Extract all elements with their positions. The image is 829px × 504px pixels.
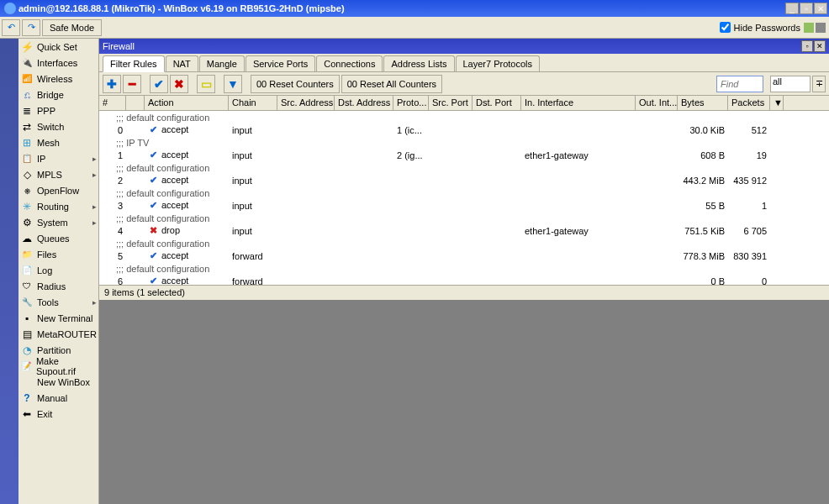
tab-nat[interactable]: NAT bbox=[166, 55, 198, 71]
rule-row[interactable]: 1✔acceptinput2 (ig...ether1-gateway608 B… bbox=[99, 149, 829, 161]
rule-row[interactable]: 0✔acceptinput1 (ic...30.0 KiB512 bbox=[99, 123, 829, 136]
sidebar-item-switch[interactable]: Switch bbox=[18, 118, 98, 134]
column-header[interactable]: ▼ bbox=[770, 96, 784, 110]
sidebar-item-routing[interactable]: Routing▸ bbox=[18, 198, 98, 214]
reset-all-counters-button[interactable]: 00 Reset All Counters bbox=[341, 75, 442, 93]
sidebar-item-radius[interactable]: Radius bbox=[18, 278, 98, 294]
rule-row[interactable]: 6✔acceptforward0 B0 bbox=[99, 275, 829, 285]
column-header[interactable]: Packets bbox=[728, 96, 770, 110]
add-button[interactable]: ✚ bbox=[103, 75, 121, 93]
rule-row[interactable]: 3✔acceptinput55 B1 bbox=[99, 199, 829, 212]
sidebar-item-metarouter[interactable]: MetaROUTER bbox=[18, 326, 98, 342]
rule-row[interactable]: 5✔acceptforward778.3 MiB830 391 bbox=[99, 249, 829, 262]
disable-button[interactable]: ✖ bbox=[170, 75, 188, 93]
filter-dropdown-button[interactable]: ∓ bbox=[812, 76, 826, 92]
log-icon bbox=[20, 264, 34, 277]
maximize-button[interactable]: ▫ bbox=[800, 3, 813, 14]
column-header[interactable]: Src. Port bbox=[429, 96, 473, 110]
panel-close-button[interactable]: ✕ bbox=[814, 40, 826, 52]
comment-row[interactable]: ;;; IP TV bbox=[99, 136, 829, 149]
column-header[interactable]: # bbox=[99, 96, 126, 110]
sidebar-item-label: Routing bbox=[37, 202, 69, 212]
tab-service-ports[interactable]: Service Ports bbox=[246, 55, 315, 71]
column-header[interactable]: Bytes bbox=[678, 96, 728, 110]
sidebar-item-label: Exit bbox=[37, 409, 52, 419]
tab-address-lists[interactable]: Address Lists bbox=[383, 55, 454, 71]
sidebar-item-files[interactable]: Files bbox=[18, 246, 98, 262]
empty-area bbox=[99, 300, 829, 504]
sidebar-item-ppp[interactable]: PPP bbox=[18, 102, 98, 118]
column-header[interactable]: In. Interface bbox=[521, 96, 636, 110]
hide-passwords-checkbox[interactable]: Hide Passwords bbox=[720, 22, 800, 33]
enable-button[interactable]: ✔ bbox=[150, 75, 168, 93]
rules-toolbar: ✚ ━ ✔ ✖ ▭ ▼ 00 Reset Counters 00 Reset A… bbox=[99, 72, 829, 96]
ip-icon bbox=[20, 152, 34, 165]
sidebar-item-queues[interactable]: Queues bbox=[18, 230, 98, 246]
column-header[interactable]: Out. Int... bbox=[636, 96, 678, 110]
column-header[interactable] bbox=[126, 96, 145, 110]
sidebar-item-bridge[interactable]: Bridge bbox=[18, 87, 98, 102]
rule-row[interactable]: 2✔acceptinput443.2 MiB435 912 bbox=[99, 174, 829, 186]
comment-row[interactable]: ;;; default configuration bbox=[99, 212, 829, 224]
comment-row[interactable]: ;;; default configuration bbox=[99, 186, 829, 199]
chain-cell: input bbox=[229, 226, 277, 236]
comment-row[interactable]: ;;; default configuration bbox=[99, 237, 829, 249]
accept-icon: ✔ bbox=[148, 276, 158, 285]
sidebar-item-quickset[interactable]: Quick Set bbox=[18, 39, 98, 55]
ppp-icon bbox=[20, 104, 34, 118]
mpls-icon bbox=[20, 168, 34, 181]
radius-icon bbox=[20, 280, 34, 293]
sidebar-item-interfaces[interactable]: Interfaces bbox=[18, 55, 98, 71]
chain-cell: input bbox=[229, 176, 277, 186]
quickset-icon bbox=[20, 40, 34, 54]
tab-connections[interactable]: Connections bbox=[316, 55, 383, 71]
minimize-button[interactable]: _ bbox=[785, 3, 799, 14]
sidebar-item-wireless[interactable]: Wireless bbox=[18, 71, 98, 87]
hide-passwords-input[interactable] bbox=[720, 22, 731, 33]
sidebar-item-ip[interactable]: IP▸ bbox=[18, 150, 98, 166]
lock-icon bbox=[804, 23, 814, 33]
column-header[interactable]: Chain bbox=[229, 96, 277, 110]
chain-cell: forward bbox=[229, 276, 277, 286]
tab-mangle[interactable]: Mangle bbox=[199, 55, 245, 71]
column-header[interactable]: Dst. Address bbox=[335, 96, 393, 110]
redo-button[interactable]: ↷ bbox=[22, 19, 40, 36]
column-header[interactable]: Dst. Port bbox=[473, 96, 521, 110]
column-header[interactable]: Proto... bbox=[393, 96, 429, 110]
remove-button[interactable]: ━ bbox=[123, 75, 141, 93]
sidebar-item-label: New WinBox bbox=[37, 377, 90, 387]
undo-button[interactable]: ↶ bbox=[2, 19, 20, 36]
sidebar-item-terminal[interactable]: New Terminal bbox=[18, 310, 98, 326]
column-header[interactable]: Action bbox=[145, 96, 229, 110]
sidebar-item-openflow[interactable]: OpenFlow bbox=[18, 182, 98, 198]
comment-row[interactable]: ;;; default configuration bbox=[99, 111, 829, 123]
column-header[interactable]: Src. Address bbox=[277, 96, 335, 110]
rule-row[interactable]: 4✖dropinputether1-gateway751.5 KiB6 705 bbox=[99, 224, 829, 237]
sidebar-item-supout[interactable]: Make Supout.rif bbox=[18, 358, 98, 374]
sidebar-item-tools[interactable]: Tools▸ bbox=[18, 294, 98, 310]
reset-counters-button[interactable]: 00 Reset Counters bbox=[251, 75, 340, 93]
find-input[interactable] bbox=[716, 76, 763, 92]
filter-button[interactable]: ▼ bbox=[224, 75, 242, 93]
action-cell: ✔accept bbox=[145, 175, 229, 186]
newwinbox-icon bbox=[20, 375, 34, 389]
tab-layer7-protocols[interactable]: Layer7 Protocols bbox=[456, 55, 541, 71]
close-button[interactable]: ✕ bbox=[814, 3, 827, 14]
sidebar-item-log[interactable]: Log bbox=[18, 262, 98, 278]
row-number: 4 bbox=[99, 226, 126, 236]
tab-filter-rules[interactable]: Filter Rules bbox=[103, 55, 165, 72]
sidebar-item-exit[interactable]: Exit bbox=[18, 406, 98, 422]
comment-row[interactable]: ;;; default configuration bbox=[99, 262, 829, 275]
comment-button[interactable]: ▭ bbox=[197, 75, 215, 93]
supout-icon bbox=[20, 360, 33, 373]
sidebar-item-mpls[interactable]: MPLS▸ bbox=[18, 166, 98, 182]
comment-row[interactable]: ;;; default configuration bbox=[99, 161, 829, 174]
sidebar-item-newwinbox[interactable]: New WinBox bbox=[18, 374, 98, 390]
safe-mode-button[interactable]: Safe Mode bbox=[42, 19, 102, 36]
sidebar-item-mesh[interactable]: Mesh bbox=[18, 134, 98, 150]
panel-minimize-button[interactable]: ▫ bbox=[801, 40, 813, 52]
mesh-icon bbox=[20, 136, 34, 150]
filter-select[interactable]: all bbox=[770, 76, 811, 92]
sidebar-item-manual[interactable]: Manual bbox=[18, 390, 98, 406]
sidebar-item-system[interactable]: System▸ bbox=[18, 214, 98, 230]
